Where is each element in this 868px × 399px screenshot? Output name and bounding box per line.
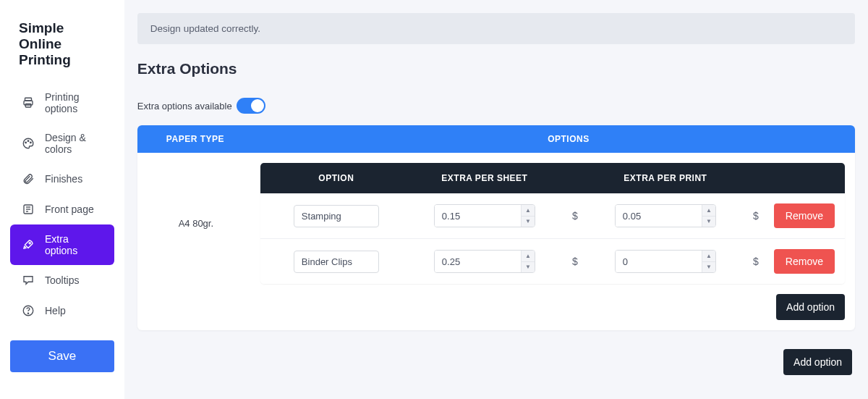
- spin-down[interactable]: ▼: [522, 262, 535, 273]
- sidebar-item-label: Tooltips: [45, 274, 79, 286]
- spin-up[interactable]: ▲: [702, 205, 715, 217]
- save-button[interactable]: Save: [10, 340, 114, 372]
- col-currency-1: [557, 173, 593, 183]
- col-option: OPTION: [260, 173, 412, 183]
- inner-options-table: OPTION EXTRA PER SHEET EXTRA PER PRINT: [260, 163, 845, 284]
- sidebar-item-printing-options[interactable]: Printing options: [10, 83, 114, 123]
- number-spinner: ▲ ▼: [702, 205, 715, 227]
- col-currency-2: [738, 173, 774, 183]
- spin-up[interactable]: ▲: [702, 251, 715, 262]
- main-content: Design updated correctly. Extra Options …: [124, 0, 868, 399]
- spin-down[interactable]: ▼: [702, 262, 715, 273]
- add-option-button-outer[interactable]: Add option: [783, 349, 852, 375]
- option-row: ▲ ▼ $ ▲ ▼: [260, 193, 845, 239]
- newspaper-icon: [22, 203, 35, 216]
- remove-option-button[interactable]: Remove: [774, 249, 835, 274]
- sidebar-item-finishes[interactable]: Finishes: [10, 164, 114, 194]
- svg-point-4: [27, 140, 29, 142]
- option-row: ▲ ▼ $ ▲ ▼: [260, 239, 845, 284]
- palette-icon: [22, 137, 35, 150]
- extra-per-print-input[interactable]: [616, 205, 702, 227]
- extra-per-sheet-input[interactable]: [435, 251, 521, 272]
- number-spinner: ▲ ▼: [702, 251, 715, 272]
- page-title: Extra Options: [137, 60, 855, 77]
- extra-per-sheet-input-wrap: ▲ ▼: [434, 250, 535, 273]
- svg-point-12: [27, 313, 28, 314]
- rocket-icon: [22, 238, 35, 251]
- toggle-knob: [251, 99, 264, 112]
- help-icon: [22, 304, 35, 317]
- currency-symbol: $: [572, 210, 578, 222]
- sidebar-item-design-colors[interactable]: Design & colors: [10, 123, 114, 164]
- toggle-row: Extra options available: [137, 98, 855, 114]
- printer-icon: [22, 96, 35, 109]
- option-name-input[interactable]: [294, 205, 379, 227]
- sidebar-item-label: Printing options: [45, 91, 103, 114]
- sidebar-item-label: Extra options: [45, 233, 103, 256]
- sidebar-item-label: Front page: [45, 203, 94, 215]
- sidebar: Simple Online Printing Printing options …: [0, 0, 124, 399]
- options-header: OPTIONS: [282, 134, 855, 144]
- svg-point-3: [25, 142, 27, 143]
- outer-table-header: PAPER TYPE OPTIONS: [137, 125, 855, 153]
- col-remove: [774, 173, 845, 183]
- outer-add-row: Add option: [137, 349, 855, 375]
- remove-option-button[interactable]: Remove: [774, 203, 835, 228]
- col-extra-per-sheet: EXTRA PER SHEET: [412, 173, 557, 183]
- number-spinner: ▲ ▼: [521, 205, 535, 227]
- spin-up[interactable]: ▲: [522, 205, 535, 217]
- svg-point-5: [30, 142, 32, 143]
- extra-per-sheet-input[interactable]: [435, 205, 521, 227]
- sidebar-item-help[interactable]: Help: [10, 295, 114, 326]
- sidebar-item-label: Help: [45, 305, 66, 316]
- spin-down[interactable]: ▼: [702, 217, 715, 227]
- extra-per-print-input[interactable]: [616, 251, 702, 272]
- sidebar-nav: Printing options Design & colors Finishe…: [10, 83, 114, 326]
- sidebar-item-label: Design & colors: [45, 132, 103, 155]
- chat-icon: [22, 274, 35, 287]
- col-extra-per-print: EXTRA PER PRINT: [593, 173, 738, 183]
- paperclip-icon: [22, 172, 35, 185]
- paper-type-label: A4 80gr.: [137, 163, 260, 284]
- extra-per-sheet-input-wrap: ▲ ▼: [434, 204, 535, 227]
- option-name-input[interactable]: [294, 251, 379, 273]
- currency-symbol: $: [753, 210, 759, 222]
- sidebar-item-tooltips[interactable]: Tooltips: [10, 265, 114, 295]
- brand-title: Simple Online Printing: [10, 13, 114, 83]
- extra-per-print-input-wrap: ▲ ▼: [615, 250, 716, 273]
- group-add-row: Add option: [137, 294, 855, 330]
- inner-table-header: OPTION EXTRA PER SHEET EXTRA PER PRINT: [260, 163, 845, 193]
- sidebar-item-front-page[interactable]: Front page: [10, 194, 114, 224]
- add-option-button[interactable]: Add option: [776, 294, 845, 320]
- success-alert: Design updated correctly.: [137, 13, 855, 44]
- svg-rect-2: [25, 104, 31, 108]
- options-card: PAPER TYPE OPTIONS A4 80gr. OPTION EXTRA…: [137, 125, 855, 330]
- spin-down[interactable]: ▼: [522, 217, 535, 227]
- spin-up[interactable]: ▲: [522, 251, 535, 262]
- sidebar-item-extra-options[interactable]: Extra options: [10, 224, 114, 265]
- currency-symbol: $: [572, 256, 578, 267]
- currency-symbol: $: [753, 256, 759, 267]
- paper-group-row: A4 80gr. OPTION EXTRA PER SHEET EXTRA PE…: [137, 153, 855, 294]
- extra-per-print-input-wrap: ▲ ▼: [615, 204, 716, 227]
- paper-type-header: PAPER TYPE: [137, 134, 282, 144]
- toggle-label: Extra options available: [137, 101, 232, 112]
- extra-options-toggle[interactable]: [237, 98, 265, 114]
- number-spinner: ▲ ▼: [521, 251, 535, 272]
- svg-point-10: [29, 243, 30, 244]
- sidebar-item-label: Finishes: [45, 173, 82, 185]
